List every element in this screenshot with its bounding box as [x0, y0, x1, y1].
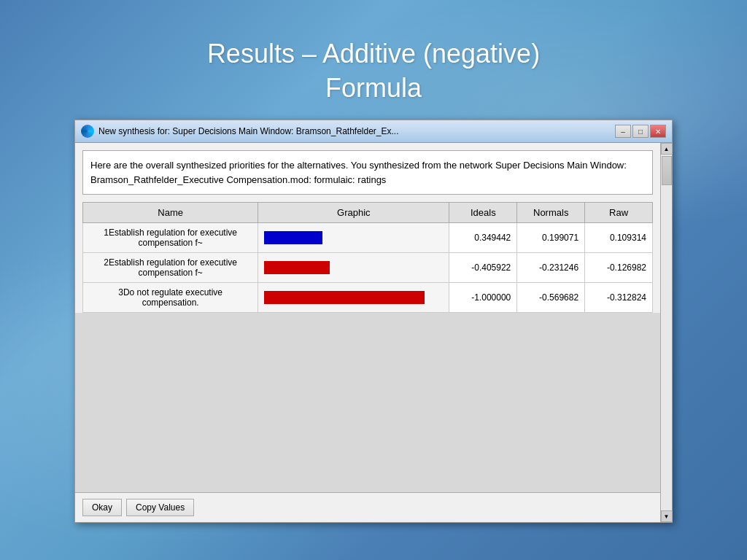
dialog-titlebar: New synthesis for: Super Decisions Main … — [75, 120, 672, 143]
table-row: 2Establish regulation for executive comp… — [83, 253, 653, 283]
col-header-name: Name — [83, 203, 258, 223]
okay-button[interactable]: Okay — [82, 499, 122, 516]
dialog-title: New synthesis for: Super Decisions Main … — [98, 126, 611, 136]
row-graphic-0 — [258, 223, 449, 253]
row-graphic-2 — [258, 283, 449, 313]
scrollbar[interactable]: ▲ ▼ — [660, 143, 672, 522]
scroll-up-arrow[interactable]: ▲ — [661, 143, 673, 155]
restore-button[interactable]: □ — [632, 125, 649, 138]
col-header-graphic: Graphic — [258, 203, 449, 223]
copy-values-button[interactable]: Copy Values — [126, 499, 194, 516]
minimize-button[interactable]: – — [615, 125, 631, 138]
row-normals-1: -0.231246 — [517, 253, 585, 283]
row-raw-1: -0.126982 — [585, 253, 653, 283]
row-ideals-2: -1.000000 — [449, 283, 517, 313]
row-name-0: 1Establish regulation for executive comp… — [83, 223, 258, 253]
results-dialog: New synthesis for: Super Decisions Main … — [74, 120, 673, 523]
row-graphic-1 — [258, 253, 449, 283]
col-header-ideals: Ideals — [449, 203, 517, 223]
dialog-footer: Okay Copy Values — [75, 492, 660, 522]
table-row: 3Do not regulate executive compensation.… — [83, 283, 653, 313]
row-name-2: 3Do not regulate executive compensation. — [83, 283, 258, 313]
row-normals-0: 0.199071 — [517, 223, 585, 253]
close-button[interactable]: ✕ — [650, 125, 666, 138]
results-table: Name Graphic Ideals Normals Raw 1Establi… — [82, 202, 653, 313]
app-icon — [81, 125, 94, 138]
empty-area — [75, 313, 660, 492]
row-ideals-1: -0.405922 — [449, 253, 517, 283]
col-header-normals: Normals — [517, 203, 585, 223]
scroll-down-arrow[interactable]: ▼ — [661, 510, 673, 522]
table-row: 1Establish regulation for executive comp… — [83, 223, 653, 253]
dialog-content: Here are the overall synthesized priorit… — [75, 143, 672, 522]
row-raw-2: -0.312824 — [585, 283, 653, 313]
slide-title: Results – Additive (negative) Formula — [207, 37, 540, 120]
dialog-main: Here are the overall synthesized priorit… — [75, 143, 660, 522]
row-raw-0: 0.109314 — [585, 223, 653, 253]
scroll-thumb[interactable] — [662, 156, 672, 185]
col-header-raw: Raw — [585, 203, 653, 223]
row-ideals-0: 0.349442 — [449, 223, 517, 253]
row-normals-2: -0.569682 — [517, 283, 585, 313]
window-controls: – □ ✕ — [615, 125, 666, 138]
description-text: Here are the overall synthesized priorit… — [82, 150, 653, 195]
row-name-1: 2Establish regulation for executive comp… — [83, 253, 258, 283]
